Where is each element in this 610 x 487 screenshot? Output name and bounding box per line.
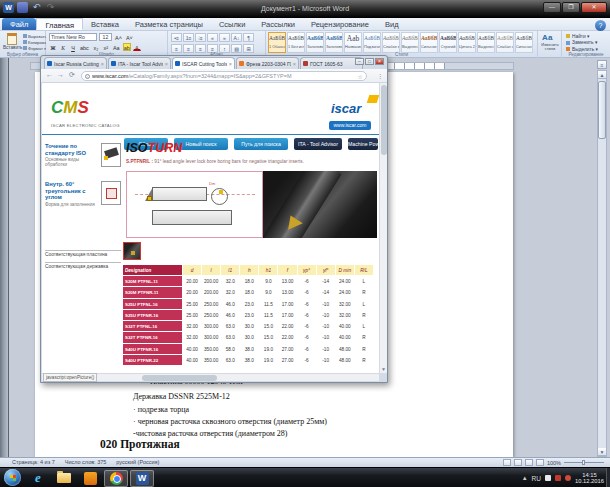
nav-button-2[interactable]: Путь для поиска <box>234 138 288 150</box>
redo-icon[interactable]: ↷ <box>45 2 56 13</box>
browser-scrollbar-thumb[interactable] <box>381 85 387 155</box>
view-print-layout-button[interactable] <box>503 459 511 466</box>
status-page[interactable]: Страница: 4 из 7 <box>12 459 55 465</box>
browser-close-button[interactable]: × <box>375 58 384 65</box>
zoom-slider-thumb[interactable] <box>582 460 585 465</box>
browser-vertical-scrollbar[interactable]: ▼ <box>379 83 387 373</box>
scroll-down-icon[interactable]: ▼ <box>598 448 606 456</box>
style-item-6[interactable]: АаБбВвГгСлабое в... <box>382 32 400 53</box>
font-name-select[interactable]: Times New Ro <box>49 33 97 41</box>
table-row-designation[interactable]: S40U PTFNR-16 <box>123 344 183 355</box>
style-item-3[interactable]: АаБбВЗаголово... <box>325 32 343 53</box>
underline-button[interactable]: Ч <box>69 43 77 51</box>
scroll-up-icon[interactable]: ▲ <box>598 71 606 79</box>
chrome-taskbar-icon[interactable] <box>104 470 128 487</box>
style-item-8[interactable]: АаБбВвГгСильное в... <box>420 32 438 53</box>
ribbon-tab-0[interactable]: Файл <box>2 18 36 30</box>
paragraph-icon-r1-0[interactable]: •≡ <box>171 33 182 42</box>
undo-icon[interactable]: ↶ <box>31 2 42 13</box>
internet-explorer-icon[interactable]: e <box>26 470 50 487</box>
superscript-button[interactable]: x² <box>102 43 110 51</box>
italic-button[interactable]: К <box>59 43 67 51</box>
view-outline-button[interactable] <box>536 459 544 466</box>
bold-button[interactable]: Ж <box>49 43 57 51</box>
paragraph-icon-r1-5[interactable]: А↓ <box>231 33 242 42</box>
forward-icon[interactable]: → <box>57 71 64 78</box>
start-button[interactable] <box>4 469 21 486</box>
status-language[interactable]: русский (Россия) <box>116 459 159 465</box>
clipboard-item-2[interactable]: Формат по образцу <box>23 45 46 51</box>
table-row-designation[interactable]: S20M PTFNR-11 <box>123 287 183 298</box>
font-size-select[interactable]: 12 <box>99 33 112 41</box>
nav-button-4[interactable]: Machine Power <box>348 138 378 150</box>
table-row-designation[interactable]: S25U PTFNL-16 <box>123 299 183 310</box>
style-item-0[interactable]: АаБбВвГг1 Обычный <box>268 32 286 53</box>
page-info-icon[interactable]: i <box>85 74 90 79</box>
technical-drawing[interactable]: Dm <box>126 171 263 238</box>
address-bar[interactable]: i www.iscar.com/eCatalog/Family.aspx?fnu… <box>81 71 367 81</box>
zoom-level[interactable]: 100% <box>547 460 561 466</box>
word-vertical-scrollbar[interactable]: ▲ ▼ <box>597 70 607 457</box>
change-styles-button[interactable]: Аа Изменить стили <box>538 31 562 58</box>
view-web-button[interactable] <box>525 459 533 466</box>
scrollbar-thumb[interactable] <box>598 81 606 139</box>
style-item-11[interactable]: АаБбВвГгВыделенн... <box>477 32 495 53</box>
paragraph-icon-r1-2[interactable]: ⁝≡ <box>195 33 206 42</box>
table-row-designation[interactable]: S40U PTFNR-22 <box>123 355 183 366</box>
style-item-5[interactable]: АаБбВвПодзагол... <box>363 32 381 53</box>
table-row-designation[interactable]: S20M PTFNL-11 <box>123 276 183 287</box>
minimize-button[interactable]: — <box>543 2 561 13</box>
ribbon-tab-2[interactable]: Вставка <box>83 18 127 30</box>
language-indicator[interactable]: RU <box>532 475 541 482</box>
sidebar-item-turning-iso[interactable]: Точение по стандарту ISO Основные виды о… <box>45 143 121 167</box>
highlight-button[interactable]: ab <box>123 43 131 51</box>
browser-tab-0[interactable]: Iscar Russia Cutting T...× <box>44 57 107 69</box>
browser-tab-1[interactable]: ITA - Iscar Tool Advisor× <box>108 57 171 69</box>
browser-menu-icon[interactable]: ⋮ <box>377 72 383 79</box>
style-item-4[interactable]: AabНазвание <box>344 32 362 53</box>
status-word-count[interactable]: Число слов: 375 <box>65 459 107 465</box>
browser-window[interactable]: Iscar Russia Cutting T...×ITA - Iscar To… <box>40 55 388 383</box>
nav-button-3[interactable]: ITA - Tool Advisor <box>294 138 342 150</box>
browser-scroll-down-icon[interactable]: ▼ <box>381 366 386 372</box>
style-item-7[interactable]: АаБбВвГгВыделение <box>401 32 419 53</box>
browser-maximize-button[interactable]: □ <box>365 58 374 65</box>
hidden-icons-arrow[interactable]: ▲ <box>522 475 528 481</box>
browser-tab-3[interactable]: Фреза 2203-0304 ГО...× <box>236 57 299 69</box>
paragraph-icon-r1-6[interactable]: ¶ <box>243 33 254 42</box>
product-photo[interactable] <box>263 171 377 238</box>
style-item-13[interactable]: АаБбВвГгСильная с... <box>515 32 533 53</box>
help-icon[interactable]: ? <box>595 20 606 31</box>
paragraph-icon-r1-3[interactable]: « <box>207 33 218 42</box>
sidebar-link-0[interactable]: Соответствующая пластина <box>45 252 107 257</box>
zoom-slider[interactable] <box>564 462 604 463</box>
subscript-button[interactable]: x₂ <box>92 43 100 51</box>
paragraph-icon-r1-1[interactable]: 1≡ <box>183 33 194 42</box>
shrink-font-button[interactable]: А˅ <box>125 33 134 41</box>
browser-tab-4[interactable]: ГОСТ 1605-63× <box>300 57 363 69</box>
ribbon-tab-7[interactable]: Вид <box>377 18 407 30</box>
action-center-icon[interactable] <box>545 475 551 481</box>
browser-hscrollbar-thumb[interactable] <box>142 375 217 381</box>
ruler-toggle-icon[interactable]: ≡ <box>597 60 607 69</box>
word-taskbar-icon[interactable]: W <box>130 470 154 487</box>
style-item-12[interactable]: АаБбВвГгСлабая сс... <box>496 32 514 53</box>
back-icon[interactable]: ← <box>46 71 53 78</box>
file-explorer-icon[interactable] <box>52 470 76 487</box>
reload-icon[interactable]: ⟳ <box>69 71 75 79</box>
word-titlebar[interactable]: W ↶ ↷ Документ1 - Microsoft Word — ❐ ✕ <box>0 0 610 18</box>
style-item-2[interactable]: АаБбВЗаголово... <box>306 32 324 53</box>
style-item-10[interactable]: АаБбВвГгЦитата 2 <box>458 32 476 53</box>
save-icon[interactable] <box>17 2 28 13</box>
maximize-button[interactable]: ❐ <box>562 2 580 13</box>
antivirus-icon[interactable] <box>555 475 561 481</box>
orange-app-icon[interactable] <box>78 470 102 487</box>
font-color-button[interactable]: А <box>133 43 141 51</box>
style-item-1[interactable]: АаБбВвГг1 Без инте... <box>287 32 305 53</box>
tab-close-icon[interactable]: × <box>229 61 232 67</box>
table-row-designation[interactable]: S25U PTFNR-16 <box>123 310 183 321</box>
ribbon-tab-3[interactable]: Разметка страницы <box>127 18 211 30</box>
paste-button[interactable]: Вставить <box>3 33 21 51</box>
change-case-button[interactable]: Аа <box>112 43 121 51</box>
table-row-designation[interactable]: S32T PTFNR-16 <box>123 332 183 343</box>
